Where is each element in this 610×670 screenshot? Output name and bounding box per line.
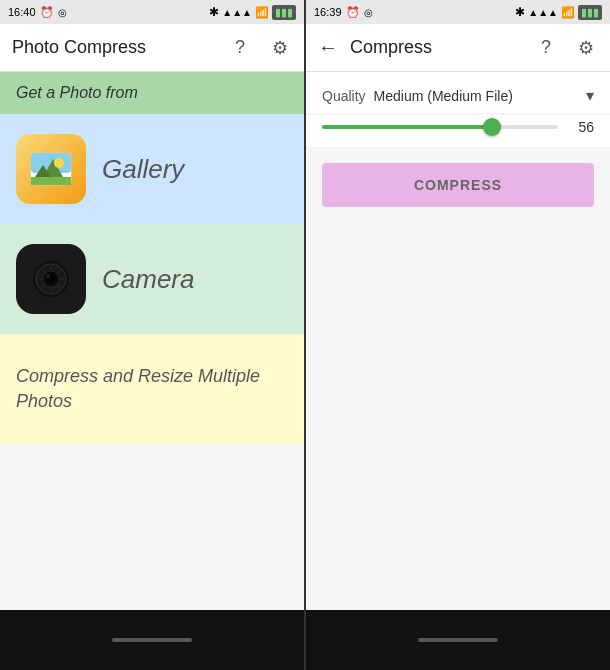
compress-btn-container: COMPRESS <box>306 147 610 223</box>
dropdown-arrow-icon[interactable]: ▾ <box>586 86 594 105</box>
location-icon: ◎ <box>58 7 67 18</box>
left-app-bar: Photo Compress ? ⚙ <box>0 24 304 72</box>
app-title-left: Photo Compress <box>12 37 146 58</box>
time-left: 16:40 <box>8 6 36 18</box>
status-icons-left: ✱ ▲▲▲ 📶 ▮▮▮ <box>209 5 296 20</box>
signal-icon-right: ▲▲▲ <box>528 7 558 18</box>
settings-button-left[interactable]: ⚙ <box>268 36 292 60</box>
app-bar-icons-right: ? ⚙ <box>534 36 598 60</box>
app-title-right: Compress <box>350 37 432 58</box>
svg-rect-7 <box>31 181 71 185</box>
svg-point-12 <box>46 274 50 278</box>
back-button[interactable]: ← <box>318 36 338 59</box>
time-right: 16:39 <box>314 6 342 18</box>
tiles-container: Gallery <box>0 114 304 610</box>
compress-app-bar-left: ← Compress <box>318 36 432 59</box>
left-status-bar: 16:40 ⏰ ◎ ✱ ▲▲▲ 📶 ▮▮▮ <box>0 0 304 24</box>
multi-label: Compress and Resize Multiple Photos <box>16 364 288 414</box>
gallery-label: Gallery <box>102 154 184 185</box>
compress-content-area <box>306 223 610 610</box>
right-bottom-bar <box>306 610 610 670</box>
bluetooth-icon: ✱ <box>209 5 219 19</box>
gallery-icon <box>16 134 86 204</box>
slider-fill <box>322 125 492 129</box>
multi-tile[interactable]: Compress and Resize Multiple Photos <box>0 334 304 444</box>
quality-value: Medium (Medium File) <box>374 88 586 104</box>
svg-point-6 <box>54 158 64 168</box>
gallery-svg <box>29 147 73 191</box>
app-bar-icons-left: ? ⚙ <box>228 36 292 60</box>
quality-label: Quality <box>322 88 366 104</box>
camera-tile[interactable]: Camera <box>0 224 304 334</box>
wifi-icon-right: 📶 <box>561 6 575 19</box>
quality-slider-track[interactable] <box>322 125 558 129</box>
section-header: Get a Photo from <box>0 72 304 114</box>
alarm-icon-right: ⏰ <box>346 6 360 19</box>
slider-row: 56 <box>306 115 610 147</box>
signal-icon: ▲▲▲ <box>222 7 252 18</box>
camera-svg <box>25 253 77 305</box>
right-screen: 16:39 ⏰ ◎ ✱ ▲▲▲ 📶 ▮▮▮ ← Compress ? ⚙ Qua… <box>306 0 610 670</box>
battery-icon: ▮▮▮ <box>272 5 296 20</box>
quality-row[interactable]: Quality Medium (Medium File) ▾ <box>306 72 610 113</box>
home-indicator-right <box>418 638 498 642</box>
battery-icon-right: ▮▮▮ <box>578 5 602 20</box>
help-button-right[interactable]: ? <box>534 36 558 60</box>
camera-label: Camera <box>102 264 194 295</box>
gallery-tile[interactable]: Gallery <box>0 114 304 224</box>
camera-icon <box>16 244 86 314</box>
status-icons-right: ✱ ▲▲▲ 📶 ▮▮▮ <box>515 5 602 20</box>
location-icon-right: ◎ <box>364 7 373 18</box>
right-app-bar: ← Compress ? ⚙ <box>306 24 610 72</box>
left-bottom-bar <box>0 610 304 670</box>
status-time-left: 16:40 ⏰ ◎ <box>8 6 67 19</box>
left-screen: 16:40 ⏰ ◎ ✱ ▲▲▲ 📶 ▮▮▮ Photo Compress ? ⚙… <box>0 0 304 670</box>
settings-button-right[interactable]: ⚙ <box>574 36 598 60</box>
status-time-right: 16:39 ⏰ ◎ <box>314 6 373 19</box>
right-status-bar: 16:39 ⏰ ◎ ✱ ▲▲▲ 📶 ▮▮▮ <box>306 0 610 24</box>
slider-value: 56 <box>570 119 594 135</box>
bluetooth-icon-right: ✱ <box>515 5 525 19</box>
wifi-icon: 📶 <box>255 6 269 19</box>
compress-button[interactable]: COMPRESS <box>322 163 594 207</box>
help-button-left[interactable]: ? <box>228 36 252 60</box>
alarm-icon: ⏰ <box>40 6 54 19</box>
home-indicator-left <box>112 638 192 642</box>
slider-thumb[interactable] <box>483 118 501 136</box>
